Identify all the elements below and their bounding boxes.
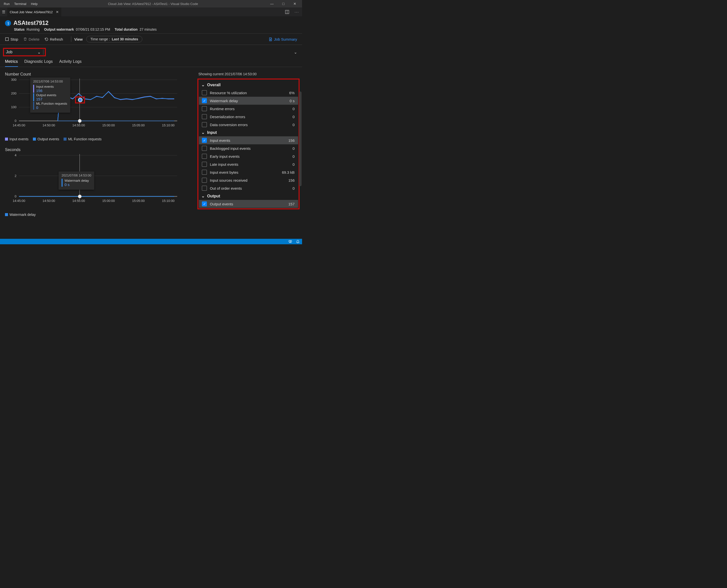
svg-rect-2 [5, 38, 8, 41]
checkbox[interactable] [202, 162, 207, 167]
scope-dropdown[interactable]: Job ⌄ [3, 48, 46, 56]
trash-icon [23, 37, 27, 41]
tooltip-timestamp: 2021/07/06 14:53:00 [33, 80, 67, 83]
showing-current-label: Showing current 2021/07/06 14:53:00 [197, 72, 300, 76]
svg-text:14:50:00: 14:50:00 [43, 123, 55, 127]
refresh-icon [44, 37, 48, 41]
menu-terminal[interactable]: Terminal [12, 2, 29, 6]
job-summary-link[interactable]: Job Summary [269, 37, 297, 41]
editor-tab-strip: ☰ Cloud Job View: ASAtest7912 ✕ ··· [0, 7, 302, 17]
more-icon[interactable]: ··· [292, 10, 302, 14]
time-range-label: Time range : [90, 37, 110, 41]
metric-input-event-bytes[interactable]: Input event bytes 69.3 kB [199, 168, 298, 176]
metric-late-input-events[interactable]: Late input events 0 [199, 160, 298, 168]
chevron-down-icon: ⌄ [37, 50, 41, 55]
time-range-pill[interactable]: Time range : Last 30 minutes [86, 36, 143, 42]
svg-text:300: 300 [11, 79, 17, 82]
checkbox[interactable] [202, 90, 207, 95]
scrollbar[interactable] [299, 91, 302, 186]
svg-text:0: 0 [15, 194, 17, 198]
delete-button[interactable]: Delete [23, 37, 39, 41]
svg-text:4: 4 [15, 154, 17, 157]
job-icon: :) [5, 20, 11, 26]
collapse-icon[interactable]: ⌄ [294, 50, 297, 55]
total-duration-value: 27 minutes [140, 27, 156, 31]
menu-run[interactable]: Run [1, 2, 12, 6]
svg-text:15:05:00: 15:05:00 [132, 123, 145, 127]
minimize-button[interactable]: — [266, 2, 278, 6]
split-panel-icon[interactable] [283, 10, 292, 14]
close-tab-icon[interactable]: ✕ [56, 10, 59, 14]
checkbox[interactable]: ✓ [202, 138, 207, 143]
svg-text:14:45:00: 14:45:00 [13, 199, 25, 203]
checkbox[interactable] [202, 170, 207, 175]
svg-text:14:45:00: 14:45:00 [13, 123, 25, 127]
svg-text:15:00:00: 15:00:00 [102, 123, 115, 127]
metric-runtime-errors[interactable]: Runtime errors 0 [199, 105, 298, 113]
hamburger-icon[interactable]: ☰ [0, 10, 7, 14]
chart2-title: Seconds [5, 148, 193, 152]
toolbar: Stop Delete Refresh View Time range : La… [0, 34, 302, 45]
svg-text:15:05:00: 15:05:00 [132, 199, 145, 203]
status-bar [0, 239, 302, 244]
refresh-label: Refresh [50, 37, 63, 41]
feedback-icon[interactable] [288, 240, 292, 244]
svg-text:0: 0 [15, 119, 17, 123]
refresh-button[interactable]: Refresh [44, 37, 63, 41]
metric-input-events[interactable]: ✓ Input events 156 [199, 136, 298, 144]
delete-label: Delete [29, 37, 39, 41]
chevron-down-icon: ⌄ [201, 83, 205, 87]
metric-input-sources-received[interactable]: Input sources received 156 [199, 176, 298, 184]
svg-text:14:50:00: 14:50:00 [43, 199, 55, 203]
editor-tab-label: Cloud Job View: ASAtest7912 [10, 10, 53, 14]
bell-icon[interactable] [296, 240, 300, 243]
highlight-marker [75, 97, 85, 103]
close-window-button[interactable]: ✕ [289, 2, 301, 6]
svg-text:14:55:00: 14:55:00 [72, 199, 85, 203]
chart2-legend: Watermark delay [5, 213, 193, 217]
document-icon [269, 37, 272, 41]
metric-deserialization-errors[interactable]: Deserialization errors 0 [199, 113, 298, 121]
group-overall[interactable]: ⌄ Overall [199, 81, 298, 89]
status-value: Running [27, 27, 40, 31]
checkbox[interactable]: ✓ [202, 202, 207, 206]
svg-text:15:10:00: 15:10:00 [162, 199, 175, 203]
checkbox[interactable] [202, 186, 207, 191]
checkbox[interactable] [202, 154, 207, 159]
menu-help[interactable]: Help [29, 2, 40, 6]
checkbox[interactable] [202, 106, 207, 111]
checkbox[interactable]: ✓ [202, 98, 207, 103]
chart1-tooltip: 2021/07/06 14:53:00 Input events 156 Out… [30, 78, 70, 113]
total-duration-label: Total duration [115, 27, 137, 31]
tooltip2-timestamp: 2021/07/06 14:53:00 [62, 173, 91, 177]
output-watermark-value: 07/06/21 03:12:15 PM [76, 27, 110, 31]
tab-diagnostic-logs[interactable]: Diagnostic Logs [24, 59, 53, 67]
metric-list: ⌄ Overall Resource % utilization 6% ✓ Wa… [197, 79, 300, 209]
metric-watermark-delay[interactable]: ✓ Watermark delay 0 s [199, 97, 298, 105]
editor-tab-cloud-job-view[interactable]: Cloud Job View: ASAtest7912 ✕ [7, 7, 61, 17]
svg-text:14:55:00: 14:55:00 [72, 123, 85, 127]
checkbox[interactable] [202, 178, 207, 183]
metric-backlogged-input-events[interactable]: Backlogged input events 0 [199, 144, 298, 152]
status-label: Status [14, 27, 25, 31]
metric-early-input-events[interactable]: Early input events 0 [199, 152, 298, 160]
chart2-tooltip: 2021/07/06 14:53:00 Watermark delay 0 s [59, 171, 94, 190]
output-watermark-label: Output watermark [44, 27, 74, 31]
chevron-down-icon: ⌄ [201, 194, 205, 198]
metric-out-of-order-events[interactable]: Out of order events 0 [199, 184, 298, 192]
metric-resource-utilization[interactable]: Resource % utilization 6% [199, 89, 298, 97]
group-input[interactable]: ⌄ Input [199, 129, 298, 136]
tab-metrics[interactable]: Metrics [5, 59, 18, 67]
checkbox[interactable] [202, 122, 207, 127]
group-output[interactable]: ⌄ Output [199, 192, 298, 200]
stop-button[interactable]: Stop [5, 37, 18, 41]
checkbox[interactable] [202, 146, 207, 151]
maximize-button[interactable]: □ [278, 2, 289, 6]
checkbox[interactable] [202, 114, 207, 119]
job-name: ASAtest7912 [14, 20, 49, 26]
metric-output-events[interactable]: ✓ Output events 157 [199, 200, 298, 208]
metric-data-conversion-errors[interactable]: Data conversion errors 0 [199, 121, 298, 129]
tab-activity-logs[interactable]: Activity Logs [59, 59, 82, 67]
chart1-legend: Input events Output events ML Function r… [5, 137, 193, 141]
stop-label: Stop [10, 37, 18, 41]
